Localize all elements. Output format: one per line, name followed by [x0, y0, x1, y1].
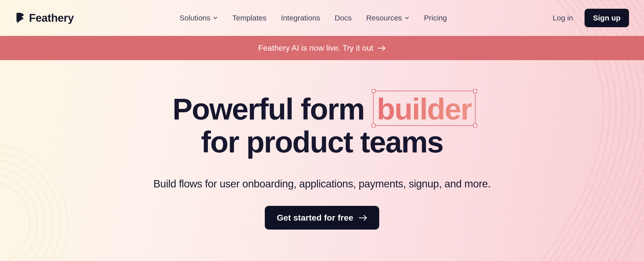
- login-link[interactable]: Log in: [552, 14, 573, 22]
- nav-label: Docs: [335, 14, 352, 22]
- hero-title-highlight-wrap: builder: [377, 93, 472, 126]
- nav-integrations[interactable]: Integrations: [281, 14, 320, 22]
- nav-label: Resources: [366, 14, 402, 22]
- selection-handle: [473, 89, 477, 93]
- main-nav: Solutions Templates Integrations Docs Re…: [180, 14, 447, 22]
- arrow-right-icon: [359, 215, 367, 221]
- nav-label: Solutions: [180, 14, 210, 22]
- hero-subtitle: Build flows for user onboarding, applica…: [0, 178, 644, 190]
- logo-text: Feathery: [29, 12, 74, 24]
- selection-handle: [372, 89, 376, 93]
- get-started-button[interactable]: Get started for free: [265, 206, 379, 230]
- arrow-right-icon: [378, 45, 386, 51]
- auth-actions: Log in Sign up: [552, 9, 629, 27]
- nav-solutions[interactable]: Solutions: [180, 14, 218, 22]
- hero-title-line2: for product teams: [0, 126, 644, 158]
- nav-label: Pricing: [424, 14, 447, 22]
- logo[interactable]: Feathery: [15, 12, 74, 24]
- nav-resources[interactable]: Resources: [366, 14, 410, 22]
- banner-text: Feathery AI is now live. Try it out: [258, 43, 374, 53]
- nav-templates[interactable]: Templates: [232, 14, 266, 22]
- nav-docs[interactable]: Docs: [335, 14, 352, 22]
- chevron-down-icon: [404, 15, 410, 20]
- announcement-banner[interactable]: Feathery AI is now live. Try it out: [0, 36, 644, 60]
- signup-button[interactable]: Sign up: [584, 9, 629, 27]
- feathery-logo-icon: [15, 12, 25, 24]
- cta-label: Get started for free: [277, 213, 353, 223]
- nav-label: Templates: [232, 14, 266, 22]
- hero-title-highlight: builder: [377, 92, 472, 126]
- site-header: Feathery Solutions Templates Integration…: [0, 0, 644, 36]
- hero-section: Powerful form builder for product teams …: [0, 60, 644, 230]
- nav-pricing[interactable]: Pricing: [424, 14, 447, 22]
- nav-label: Integrations: [281, 14, 320, 22]
- hero-title-pre: Powerful form: [172, 92, 364, 126]
- hero-title: Powerful form builder for product teams: [0, 93, 644, 158]
- chevron-down-icon: [213, 15, 218, 20]
